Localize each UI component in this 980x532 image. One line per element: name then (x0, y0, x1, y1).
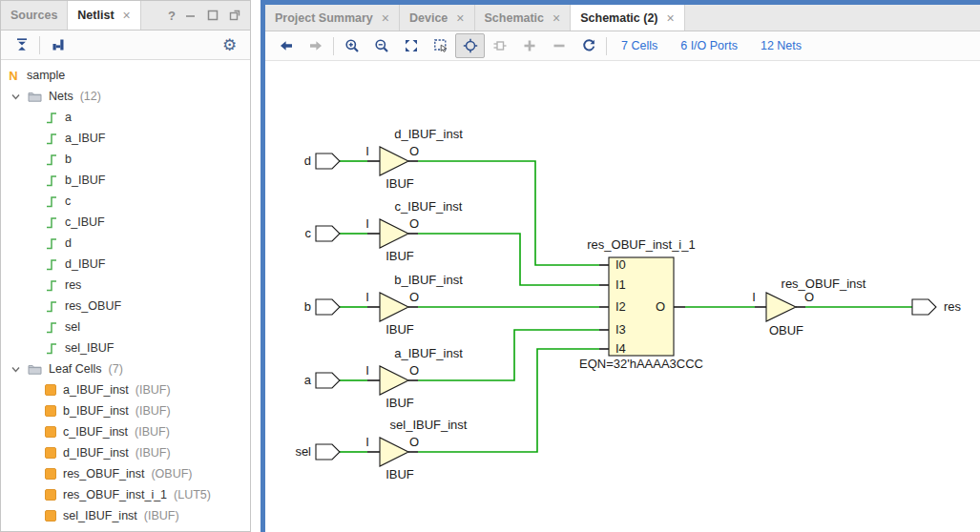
tree-net-res[interactable]: res (1, 275, 250, 296)
tree-net-sel[interactable]: sel (1, 317, 250, 338)
tree-net-a-ibuf[interactable]: a_IBUF (1, 128, 250, 149)
close-icon[interactable]: × (123, 9, 131, 22)
lut-pin-I1: I1 (615, 277, 626, 292)
tab-label: Netlist (77, 9, 114, 22)
zoom-in-button[interactable] (337, 33, 366, 58)
tree-section-nets[interactable]: Nets(12) (1, 86, 250, 107)
collapse-all-button[interactable] (7, 32, 36, 57)
maximize-icon[interactable] (206, 9, 219, 22)
zoom-out-button[interactable] (366, 33, 396, 58)
port-label-c: c (305, 226, 312, 240)
tab-project-summary[interactable]: Project Summary× (265, 5, 400, 31)
schematic-panel: Project Summary×Device×Schematic×Schemat… (261, 0, 980, 532)
tree-cell-sel-ibuf-inst[interactable]: sel_IBUF_inst(IBUF) (1, 505, 250, 526)
chevron-down-icon[interactable] (10, 364, 21, 375)
tree-net-c[interactable]: c (1, 191, 250, 212)
tree-root-sample[interactable]: Nsample (1, 65, 250, 86)
lut5-res_OBUF_inst_i_1[interactable]: I0I1I2I3I4Ores_OBUF_inst_i_1EQN=32'hAAAA… (579, 237, 755, 371)
item-type: (IBUF) (136, 404, 171, 418)
tree-net-c-ibuf[interactable]: c_IBUF (1, 212, 250, 233)
section-label: Leaf Cells (49, 362, 102, 376)
tree-cell-res-obuf-inst-i-1[interactable]: res_OBUF_inst_i_1(LUT5) (1, 484, 250, 505)
object-counts: 7 Cells6 I/O Ports12 Nets (621, 39, 802, 52)
tree-cell-a-ibuf-inst[interactable]: a_IBUF_inst(IBUF) (1, 379, 250, 400)
back-button[interactable] (271, 33, 301, 58)
lut-pin-I3: I3 (615, 322, 626, 337)
tab-device[interactable]: Device× (400, 5, 475, 31)
tree-net-b[interactable]: b (1, 149, 250, 170)
output-port-res[interactable] (912, 299, 936, 315)
ibuf-symbol-d_IBUF_inst[interactable] (380, 147, 408, 175)
regenerate-button[interactable] (573, 33, 603, 58)
tree-section-leaf-cells[interactable]: Leaf Cells(7) (1, 358, 250, 379)
ibuf-stage-d[interactable]: dIOd_IBUF_instIBUF (304, 127, 599, 265)
item-name: b (65, 153, 72, 166)
ibuf-stage-a[interactable]: aIOa_IBUF_instIBUF (304, 330, 599, 410)
tree-net-d-ibuf[interactable]: d_IBUF (1, 254, 250, 275)
zoom-selection-button[interactable] (426, 33, 455, 58)
tree-cell-b-ibuf-inst[interactable]: b_IBUF_inst(IBUF) (1, 400, 250, 421)
ibuf-symbol-sel_IBUF_inst[interactable] (380, 438, 408, 466)
count-12-nets[interactable]: 12 Nets (761, 39, 802, 52)
item-type: (OBUF) (151, 467, 192, 481)
schematic-drawing[interactable]: dIOd_IBUF_instIBUFcIOc_IBUF_instIBUFbIOb… (265, 61, 980, 532)
close-icon[interactable]: × (382, 11, 389, 25)
tree-net-res-obuf[interactable]: res_OBUF (1, 296, 250, 317)
tab-schematic-2[interactable]: Schematic (2)× (571, 5, 684, 31)
pin-label-out: O (409, 216, 419, 231)
item-name: a_IBUF_inst (63, 383, 129, 397)
tree-net-a[interactable]: a (1, 107, 250, 128)
ibuf-symbol-c_IBUF_inst[interactable] (380, 219, 408, 248)
input-port-a[interactable] (316, 373, 340, 388)
netlist-tree: NsampleNets(12)aa_IBUFbb_IBUFcc_IBUFdd_I… (1, 60, 250, 531)
instance-label: a_IBUF_inst (394, 346, 463, 360)
help-icon[interactable]: ? (168, 9, 176, 23)
scroll-to-button[interactable] (43, 32, 73, 57)
close-icon[interactable]: × (553, 11, 560, 25)
tree-cell-res-obuf-inst[interactable]: res_OBUF_inst(OBUF) (1, 463, 250, 484)
ibuf-symbol-b_IBUF_inst[interactable] (380, 293, 408, 321)
count-7-cells[interactable]: 7 Cells (621, 39, 657, 52)
item-type: (IBUF) (135, 425, 170, 439)
cell-type-label: IBUF (386, 176, 414, 191)
obuf-stage-res[interactable]: IOres_OBUF_instOBUFres (752, 276, 961, 338)
tree-cell-c-ibuf-inst[interactable]: c_IBUF_inst(IBUF) (1, 421, 250, 442)
obuf-symbol-res_OBUF_inst[interactable] (766, 293, 796, 321)
section-label: Nets (49, 90, 73, 103)
tree-net-d[interactable]: d (1, 233, 250, 254)
float-icon[interactable] (228, 9, 241, 22)
settings-button[interactable]: ⚙ (215, 32, 244, 57)
ibuf-stage-b[interactable]: bIOb_IBUF_instIBUF (304, 273, 599, 337)
tree-net-sel-ibuf[interactable]: sel_IBUF (1, 338, 250, 358)
close-icon[interactable]: × (667, 11, 675, 25)
input-port-sel[interactable] (316, 444, 340, 460)
input-port-d[interactable] (316, 153, 340, 169)
autofit-selection-button[interactable] (455, 33, 485, 58)
port-label-sel: sel (295, 444, 311, 459)
cell-type-label: IBUF (386, 467, 414, 481)
tree-net-b-ibuf[interactable]: b_IBUF (1, 170, 250, 191)
chevron-down-icon[interactable] (10, 92, 21, 102)
schematic-canvas[interactable]: dIOd_IBUF_instIBUFcIOc_IBUF_instIBUFbIOb… (265, 61, 980, 532)
pin-label-out: O (409, 290, 419, 304)
minimize-icon[interactable] (184, 9, 198, 22)
pin-label-out: O (409, 363, 419, 378)
input-port-c[interactable] (316, 226, 340, 241)
item-name: b_IBUF_inst (63, 404, 129, 418)
pin-label-in: I (365, 435, 369, 449)
tab-netlist[interactable]: Netlist× (68, 1, 140, 30)
port-label-res: res (944, 299, 962, 314)
input-port-b[interactable] (316, 299, 340, 315)
tab-sources[interactable]: Sources (1, 1, 68, 30)
zoom-fit-button[interactable] (396, 33, 426, 58)
panel-divider[interactable] (251, 0, 261, 532)
ibuf-stage-sel[interactable]: selIOsel_IBUF_instIBUF (295, 349, 599, 481)
left-tabbar: SourcesNetlist×? (1, 1, 250, 31)
tree-cell-d-ibuf-inst[interactable]: d_IBUF_inst(IBUF) (1, 442, 250, 463)
close-icon[interactable]: × (456, 11, 464, 25)
ibuf-symbol-a_IBUF_inst[interactable] (380, 366, 408, 395)
tab-schematic[interactable]: Schematic× (475, 5, 572, 31)
net-icon (45, 299, 58, 314)
toolbar-separator (39, 36, 40, 54)
count-6-i-o-ports[interactable]: 6 I/O Ports (680, 39, 738, 52)
